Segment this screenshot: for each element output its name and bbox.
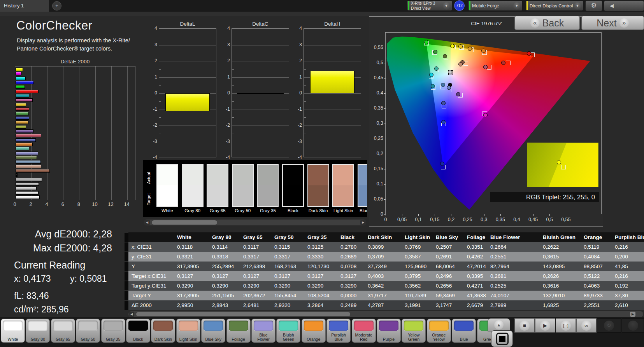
table-cell: 0,3290	[177, 281, 212, 291]
mini-axis-tick-label: 3	[147, 42, 157, 47]
tab-history-1[interactable]: History 1	[0, 0, 49, 12]
stop-button[interactable]: ■	[514, 318, 535, 333]
table-cell: 0,4262	[467, 252, 490, 262]
meter-mode: Direct View	[411, 6, 435, 11]
table-cell: 155,8454	[274, 291, 307, 300]
patch-chip	[153, 321, 173, 331]
cie-y-tick	[384, 124, 386, 124]
patch-button-blue-sky[interactable]: Blue Sky	[201, 319, 225, 343]
scrollbar-thumb[interactable]	[136, 312, 350, 316]
deltae-bar	[16, 125, 26, 129]
swatch-strip-scrollbar[interactable]: ◀ ▶	[144, 220, 366, 225]
table-cell: 0,3290	[212, 281, 243, 291]
mini-axis-tick-label: 2	[220, 58, 230, 63]
back-button[interactable]: « Back	[514, 16, 580, 30]
table-cell: 0,3127	[274, 271, 307, 281]
strip-target-label: Target	[146, 188, 151, 211]
patch-button-black[interactable]: Black	[126, 319, 150, 343]
mini-half-tick	[159, 117, 161, 118]
patch-button-yellow-green[interactable]: Yellow Green	[402, 319, 426, 343]
patch-button-orange-yellow[interactable]: Orange Yellow	[427, 319, 451, 343]
patch-button-gray-50[interactable]: Gray 50	[76, 319, 100, 343]
patch-button-orange[interactable]: Orange	[302, 319, 326, 343]
table-row-gutter	[125, 262, 128, 271]
table-cell: 212,6398	[243, 262, 274, 271]
table-cell: 0,2664	[490, 242, 543, 252]
scrollbar-thumb[interactable]	[152, 220, 217, 225]
next-button[interactable]: Next »	[581, 16, 644, 30]
mini-half-tick	[304, 85, 306, 85]
extra-button[interactable]	[622, 318, 644, 333]
settings-button[interactable]: ⚙	[585, 0, 602, 11]
table-cell: 0,2496	[436, 271, 467, 281]
play-button[interactable]: ▶	[535, 318, 555, 333]
cie-x-tick-label: 0,5	[541, 217, 558, 222]
loop-button[interactable]: ∞	[576, 318, 597, 333]
refresh-button[interactable]: ↻	[597, 318, 621, 333]
swatch-target	[157, 185, 177, 206]
patch-button-gray-80[interactable]: Gray 80	[26, 319, 50, 343]
patch-button-gray-65[interactable]: Gray 65	[51, 319, 75, 343]
patch-label: Gray 50	[76, 337, 100, 342]
table-cell: 2,8843	[212, 300, 243, 310]
reading-cdm2: cd/m²: 285,96	[14, 304, 69, 315]
cie-measured-point	[429, 73, 433, 77]
mini-half-tick	[304, 37, 306, 37]
cie-target-square	[487, 65, 491, 70]
mini-axis-tick-label: -2	[220, 122, 230, 128]
scroll-left-icon[interactable]: ◀	[144, 220, 150, 225]
deltae-axis-tick-label: 10	[89, 201, 101, 207]
deltac-zero-bar	[237, 93, 284, 94]
table-cell: 0,2689	[340, 252, 368, 262]
table-cell: 0,3616	[543, 281, 584, 291]
mini-axis-tick-label: 0	[292, 90, 302, 96]
patch-button-blue[interactable]: Blue	[452, 319, 476, 343]
table-scrollbar[interactable]: ◀ ▶	[128, 311, 643, 317]
patch-button-moderate-red[interactable]: Moderate Red	[352, 319, 376, 343]
table-cell: 0,3127	[340, 271, 368, 281]
inset-target-square	[561, 165, 566, 169]
mini-chart-plot	[159, 28, 216, 157]
patch-button-gray-35[interactable]: Gray 35	[101, 319, 125, 343]
table-cell: 0,4084	[584, 252, 615, 262]
table-cell: 0,2626	[543, 271, 584, 281]
patch-button-light-skin[interactable]: Light Skin	[176, 319, 200, 343]
interval-button[interactable]: [··]	[556, 318, 576, 333]
mini-chart-title: DeltaH	[304, 21, 361, 27]
source-dropdown[interactable]: Mobile Forge ▼	[468, 0, 523, 11]
table-cell: 0,4003	[368, 271, 405, 281]
patch-button-purple[interactable]: Purple	[377, 319, 401, 343]
patch-chip	[179, 321, 198, 331]
add-tab-button[interactable]: +	[52, 1, 61, 10]
meter-count-badge[interactable]: 712	[454, 0, 465, 11]
patch-chip	[53, 321, 73, 331]
expand-pattern-panel-button[interactable]: ▲	[488, 318, 510, 331]
table-cell: 4,2787	[368, 300, 405, 310]
meter-dropdown[interactable]: X-Rite i1Pro 3 Direct View ▼	[407, 0, 452, 11]
scroll-right-icon[interactable]: ▶	[360, 220, 366, 225]
scroll-left-icon[interactable]: ◀	[129, 312, 134, 317]
swatch-black	[282, 164, 304, 207]
mini-half-tick	[304, 134, 306, 134]
deltae-chart	[15, 66, 135, 200]
app-window: History 1 + X-Rite i1Pro 3 Direct View ▼…	[0, 0, 644, 347]
patch-button-dark-skin[interactable]: Dark Skin	[151, 319, 175, 343]
table-cell: 0,2656	[436, 281, 467, 291]
patch-button-purplish-blue[interactable]: Purplish Blue	[326, 319, 351, 343]
patch-button-bluish-green[interactable]: Bluish Green	[276, 319, 300, 343]
patch-button-blue-flower[interactable]: Blue Flower	[251, 319, 275, 343]
display-control-dropdown[interactable]: Direct Display Control ▼	[526, 0, 583, 11]
patch-chip	[3, 321, 23, 331]
scroll-right-icon[interactable]: ▶	[630, 312, 635, 317]
patch-button-white[interactable]: White	[1, 319, 25, 343]
collapse-panel-button[interactable]: ◀	[604, 0, 644, 11]
patch-button-foliage[interactable]: Foliage	[226, 319, 251, 343]
window-pattern-button[interactable]	[491, 330, 513, 347]
cie-y-tick	[384, 48, 386, 48]
table-cell: 68,0064	[436, 262, 467, 271]
patch-label: Purplish Blue	[327, 333, 350, 342]
patch-chip	[454, 321, 474, 331]
patch-chip	[304, 321, 323, 331]
deltae-bar	[16, 72, 21, 75]
mini-axis-tick-label: 0	[147, 90, 157, 96]
